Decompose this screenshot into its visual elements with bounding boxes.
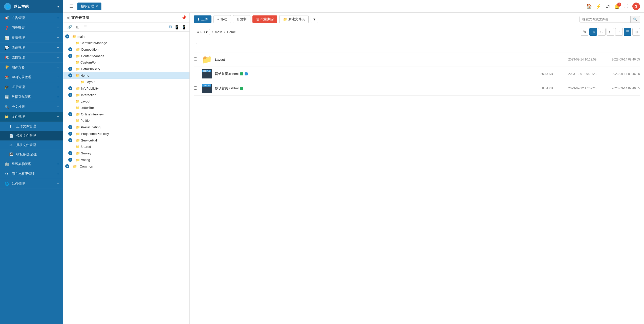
tree-item-service-hall[interactable]: + 📁 ServiceHall xyxy=(63,137,189,144)
tree-item-letter-box[interactable]: 📁 LetterBox xyxy=(63,105,189,111)
competition-expand-btn[interactable]: + xyxy=(68,47,72,51)
list-view-button[interactable]: ☰ xyxy=(624,28,631,36)
tree-item-cert-manage[interactable]: 📁 CertificateManage xyxy=(63,40,189,46)
sidebar-item-site-mgmt[interactable]: 🌐 站点管理 + xyxy=(0,179,63,189)
file-checkbox-layout[interactable] xyxy=(194,57,197,61)
tree-item-content-manage[interactable]: + 📁 ContentManage xyxy=(63,53,189,59)
tree-item-project-info[interactable]: + 📁 ProjectInfoPublicity xyxy=(63,130,189,137)
expand-knowledge-icon[interactable]: + xyxy=(57,65,59,70)
sidebar-item-wechat-mgmt[interactable]: 💬 微信管理 + xyxy=(0,43,63,53)
tree-item-layout[interactable]: 📁 Layout xyxy=(63,98,189,105)
tree-item-competition[interactable]: + 📁 Competition xyxy=(63,46,189,53)
expand-ad-icon[interactable]: + xyxy=(57,16,59,20)
main-collapse-btn[interactable]: − xyxy=(65,34,69,38)
batch-delete-button[interactable]: 🗑 批量删除 xyxy=(252,15,277,23)
new-folder-button[interactable]: 📁 新建文件夹 xyxy=(279,15,309,23)
more-button[interactable]: ▼ xyxy=(311,16,318,23)
tab-close-icon[interactable]: ✕ xyxy=(96,5,98,8)
expand-study-icon[interactable]: + xyxy=(57,75,59,79)
sort-az-button[interactable]: ↕A xyxy=(589,28,597,36)
collapse-file-mgmt-icon[interactable]: − xyxy=(57,114,59,119)
nav-collapse-arrow[interactable]: ◀ xyxy=(66,15,69,20)
tree-item-interaction[interactable]: + 📁 Interaction xyxy=(63,92,189,98)
upload-button[interactable]: ⬆ 上传 xyxy=(194,15,211,23)
search-input[interactable] xyxy=(580,16,630,23)
tree-item-online-interview[interactable]: + 📁 OnlineInterview xyxy=(63,111,189,117)
table-row[interactable]: CSHTML 网站首页.cshtml 25.43 KB 2023-12-01 0… xyxy=(194,67,640,81)
sidebar-item-upload-file-mgmt[interactable]: ⬆ 上传文件管理 xyxy=(0,122,63,131)
sidebar-item-template-file-mgmt[interactable]: 📄 模板文件管理 xyxy=(0,131,63,140)
move-button[interactable]: + 移动 xyxy=(213,15,231,23)
tree-item-custom-form[interactable]: 📁 CustomForm xyxy=(63,59,189,66)
tab-template-mgmt[interactable]: 模板管理 ✕ xyxy=(77,3,101,10)
project-info-expand-btn[interactable]: + xyxy=(68,132,72,136)
copy-button[interactable]: ⎘ 复制 xyxy=(233,15,250,23)
pin-icon[interactable]: 📌 xyxy=(181,15,186,20)
online-interview-expand-btn[interactable]: + xyxy=(68,112,72,116)
select-all-checkbox[interactable] xyxy=(194,43,197,46)
home-button[interactable]: 🏠 xyxy=(586,4,592,9)
sidebar-item-org-mgmt[interactable]: 🏢 组织架构管理 + xyxy=(0,159,63,169)
tree-item-home[interactable]: − 📂 Home xyxy=(63,72,189,79)
link-tool-btn[interactable]: 🔗 xyxy=(66,24,73,30)
expand-weibo-icon[interactable]: + xyxy=(57,55,59,60)
breadcrumb-home[interactable]: Home xyxy=(227,30,236,34)
tree-item-common[interactable]: + 📁 _Common xyxy=(63,163,189,170)
sidebar-item-user-perm[interactable]: ⚙ 用户与权限管理 + xyxy=(0,169,63,179)
table-row[interactable]: 📁 Layout 2023-09-14 10:12:59 2023-09-14 … xyxy=(194,52,640,67)
tree-item-press-briefing[interactable]: + 📁 PressBriefing xyxy=(63,124,189,130)
tree-item-petition[interactable]: 📁 Petition xyxy=(63,117,189,124)
sidebar-item-vote-mgmt[interactable]: 📊 投票管理 + xyxy=(0,33,63,43)
expand-site-mgmt-icon[interactable]: + xyxy=(57,181,59,186)
file-checkbox-website-home[interactable] xyxy=(194,72,197,75)
home-collapse-btn[interactable]: − xyxy=(68,73,72,77)
sidebar-header[interactable]: 🌐 默认主站 ▾ xyxy=(0,0,63,13)
sidebar-item-survey[interactable]: ❓ 问卷调查 + xyxy=(0,23,63,33)
expand-survey-icon[interactable]: + xyxy=(57,26,59,30)
sidebar-toggle-arrow[interactable]: ▾ xyxy=(57,5,59,9)
sort-za-button[interactable]: ↕Z xyxy=(598,28,606,36)
sidebar-item-template-backup[interactable]: 💾 模板备份/还原 xyxy=(0,150,63,159)
sidebar-item-cert-mgmt[interactable]: 🎓 证书管理 + xyxy=(0,82,63,92)
sidebar-item-knowledge[interactable]: 🏆 知识竞赛 + xyxy=(0,63,63,72)
breadcrumb-main[interactable]: main xyxy=(215,30,222,34)
common-expand-btn[interactable]: + xyxy=(65,164,69,168)
sidebar-item-ad-mgmt[interactable]: 📢 广告管理 + xyxy=(0,13,63,23)
search-button[interactable]: 🔍 xyxy=(630,16,640,23)
device-tab-tablet[interactable]: 📱 xyxy=(174,25,179,30)
sidebar-item-weibo-mgmt[interactable]: 📢 微博管理 + xyxy=(0,53,63,63)
expand-button[interactable]: ⛶ xyxy=(624,4,628,9)
tree-item-info-publicity[interactable]: + 📁 InfoPublicity xyxy=(63,85,189,92)
grid-view-button[interactable]: ⊞ xyxy=(632,28,640,36)
refresh-button[interactable]: ↻ xyxy=(581,28,588,36)
press-briefing-expand-btn[interactable]: + xyxy=(68,125,72,129)
info-publicity-expand-btn[interactable]: + xyxy=(68,86,72,90)
user-avatar[interactable]: S xyxy=(632,3,640,10)
expand-data-collect-icon[interactable]: + xyxy=(57,95,59,99)
tree-item-survey-tree[interactable]: + 📁 Survey xyxy=(63,150,189,156)
expand-cert-icon[interactable]: + xyxy=(57,85,59,89)
expand-fulltext-icon[interactable]: + xyxy=(57,105,59,109)
folder-button[interactable]: 🗂 xyxy=(606,4,610,9)
sidebar-item-fulltext-search[interactable]: 🔍 全文检索 + xyxy=(0,102,63,112)
list-tool-btn[interactable]: ☰ xyxy=(82,24,88,30)
sort-date-asc-button[interactable]: ↑↓ xyxy=(607,28,614,36)
menu-toggle-button[interactable]: ☰ xyxy=(67,3,75,10)
expand-user-perm-icon[interactable]: + xyxy=(57,172,59,176)
survey-tree-expand-btn[interactable]: + xyxy=(68,151,72,155)
expand-wechat-icon[interactable]: + xyxy=(57,45,59,50)
sidebar-item-file-mgmt[interactable]: 📁 文件管理 − xyxy=(0,112,63,122)
interaction-expand-btn[interactable]: + xyxy=(68,93,72,97)
grid-tool-btn[interactable]: ⊞ xyxy=(75,24,80,30)
expand-org-icon[interactable]: + xyxy=(57,162,59,166)
table-row[interactable]: CSHTML 默认首页.cshtml 8.84 KB 2023-09-12 17… xyxy=(194,81,640,96)
tree-item-layout-sub[interactable]: 📁 Layout xyxy=(63,79,189,85)
expand-vote-icon[interactable]: + xyxy=(57,35,59,40)
content-manage-expand-btn[interactable]: + xyxy=(68,54,72,58)
sort-date-desc-button[interactable]: ↓↑ xyxy=(615,28,623,36)
sidebar-item-style-file-mgmt[interactable]: 🗂 风格文件管理 xyxy=(0,140,63,150)
voting-expand-btn[interactable]: + xyxy=(68,158,72,162)
tree-item-data-publicity[interactable]: + 📁 DataPublicity xyxy=(63,66,189,72)
file-checkbox-default-home[interactable] xyxy=(194,86,197,90)
sidebar-item-data-collect[interactable]: 🔄 数据采集管理 + xyxy=(0,92,63,102)
